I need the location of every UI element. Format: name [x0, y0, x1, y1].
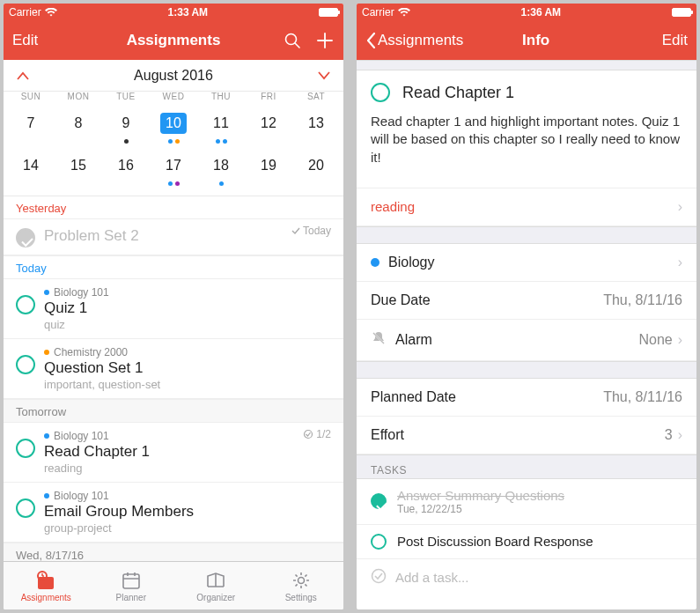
calendar-day[interactable]: 16	[102, 155, 150, 176]
assignment-title: Read Chapter 1	[402, 84, 514, 102]
subject-row[interactable]: Biology ›	[357, 244, 696, 282]
task-check-icon[interactable]	[371, 493, 387, 509]
item-progress: 1/2	[303, 428, 331, 440]
task-item[interactable]: Answer Summary Questions Tue, 12/22/15	[357, 479, 696, 525]
calendar-day[interactable]: 12	[245, 113, 292, 134]
svg-line-20	[295, 574, 297, 576]
section-date: Wed, 8/17/16	[4, 543, 343, 561]
due-date-row[interactable]: Due Date Thu, 8/11/16	[357, 282, 696, 320]
assignment-description: Read chapter 1 and highlight important n…	[371, 113, 682, 166]
calendar-day[interactable]: 11	[197, 113, 245, 134]
month-header: August 2016	[4, 60, 343, 92]
add-task-icon	[371, 568, 387, 587]
edit-button[interactable]: Edit	[662, 32, 688, 49]
check-circle-icon[interactable]	[16, 228, 35, 247]
status-time: 1:33 AM	[168, 6, 209, 18]
planned-date-label: Planned Date	[371, 389, 456, 405]
complete-circle[interactable]	[16, 499, 35, 518]
assignment-list[interactable]: Yesterday Problem Set 2 Today Today Biol…	[4, 196, 343, 561]
status-bar: Carrier 1:33 AM	[4, 4, 343, 21]
task-title: Answer Summary Questions	[397, 488, 564, 503]
due-note: Today	[291, 225, 331, 237]
weekday-label: SUN	[7, 92, 55, 107]
svg-line-21	[305, 584, 306, 586]
item-subtitle: important, question-set	[44, 378, 331, 391]
chevron-right-icon: ›	[678, 199, 682, 215]
list-item[interactable]: Chemistry 2000Question Set 1important, q…	[4, 339, 343, 399]
calendar-day[interactable]: 18	[197, 155, 245, 176]
nav-title: Assignments	[92, 32, 255, 49]
planned-date-row[interactable]: Planned Date Thu, 8/11/16	[357, 379, 696, 417]
task-item[interactable]: Post Discussion Board Response	[357, 525, 696, 559]
calendar-day[interactable]: 9	[102, 113, 150, 134]
calendar-day[interactable]: 14	[7, 155, 55, 176]
list-item[interactable]: Biology 101Read Chapter 1reading1/2	[4, 423, 343, 483]
prev-month-icon[interactable]	[16, 70, 30, 81]
search-icon[interactable]	[284, 32, 301, 49]
effort-row[interactable]: Effort 3›	[357, 417, 696, 454]
calendar-day[interactable]: 10	[150, 113, 197, 134]
back-button[interactable]: Assignments	[365, 32, 463, 49]
nav-bar: Edit Assignments	[4, 21, 343, 60]
alarm-value: None	[638, 332, 672, 348]
status-time: 1:36 AM	[521, 6, 562, 18]
carrier-label: Carrier	[362, 6, 394, 18]
task-date: Tue, 12/22/15	[397, 503, 564, 515]
complete-circle[interactable]	[371, 83, 390, 102]
tag-row[interactable]: reading ›	[357, 188, 696, 226]
effort-label: Effort	[371, 427, 404, 443]
course-tag: Biology 101	[44, 490, 331, 502]
alarm-row[interactable]: Alarm None›	[357, 320, 696, 361]
svg-point-4	[305, 431, 313, 439]
calendar-day[interactable]: 8	[55, 113, 102, 134]
carrier-label: Carrier	[9, 6, 41, 18]
section-yesterday: Yesterday	[4, 196, 343, 219]
calendar-day[interactable]: 17	[150, 155, 197, 176]
weekday-label: THU	[197, 92, 245, 107]
item-subtitle: quiz	[44, 318, 331, 331]
due-date-label: Due Date	[371, 292, 431, 308]
task-circle-icon[interactable]	[371, 534, 387, 550]
add-task-placeholder: Add a task...	[395, 570, 468, 585]
next-month-icon[interactable]	[317, 70, 331, 81]
battery-icon	[319, 8, 338, 17]
nav-title: Info	[463, 32, 608, 49]
course-tag: Biology 101	[44, 430, 331, 442]
list-item[interactable]: Biology 101Quiz 1quiz	[4, 279, 343, 339]
chevron-right-icon: ›	[678, 427, 682, 443]
battery-icon	[672, 8, 691, 17]
list-item[interactable]: Biology 101Email Group Membersgroup-proj…	[4, 483, 343, 543]
weekday-label: WED	[150, 92, 197, 107]
tab-assignments[interactable]: Assignments	[4, 562, 89, 609]
assignments-screen: Carrier 1:33 AM Edit Assignments August …	[4, 4, 343, 609]
list-item[interactable]: Problem Set 2 Today	[4, 219, 343, 255]
calendar-day[interactable]: 19	[245, 155, 292, 176]
item-title: Email Group Members	[44, 503, 331, 521]
task-title: Post Discussion Board Response	[397, 534, 593, 549]
calendar-day[interactable]: 13	[292, 113, 340, 134]
wifi-icon	[45, 8, 57, 17]
month-label: August 2016	[134, 68, 213, 84]
complete-circle[interactable]	[16, 355, 35, 374]
edit-button[interactable]: Edit	[12, 32, 38, 49]
calendar-day[interactable]: 15	[55, 155, 102, 176]
tab-settings[interactable]: Settings	[259, 562, 344, 609]
tab-organizer[interactable]: Organizer	[173, 562, 259, 609]
detail-header: Read Chapter 1 Read chapter 1 and highli…	[357, 70, 696, 188]
add-icon[interactable]	[315, 31, 335, 50]
add-task-row[interactable]: Add a task...	[357, 559, 696, 595]
calendar-day[interactable]: 7	[7, 113, 55, 134]
tab-planner[interactable]: Planner	[89, 562, 174, 609]
bell-muted-icon	[371, 330, 387, 350]
calendar-day[interactable]: 20	[292, 155, 340, 176]
chevron-right-icon: ›	[678, 255, 682, 270]
tag-label: reading	[371, 199, 415, 214]
complete-circle[interactable]	[16, 295, 35, 314]
item-title: Problem Set 2	[44, 227, 331, 245]
due-date-value: Thu, 8/11/16	[603, 292, 682, 308]
weekday-label: SAT	[292, 92, 340, 107]
weekday-label: MON	[55, 92, 102, 107]
complete-circle[interactable]	[16, 439, 35, 458]
weekday-label: FRI	[245, 92, 292, 107]
planned-date-value: Thu, 8/11/16	[603, 389, 682, 405]
